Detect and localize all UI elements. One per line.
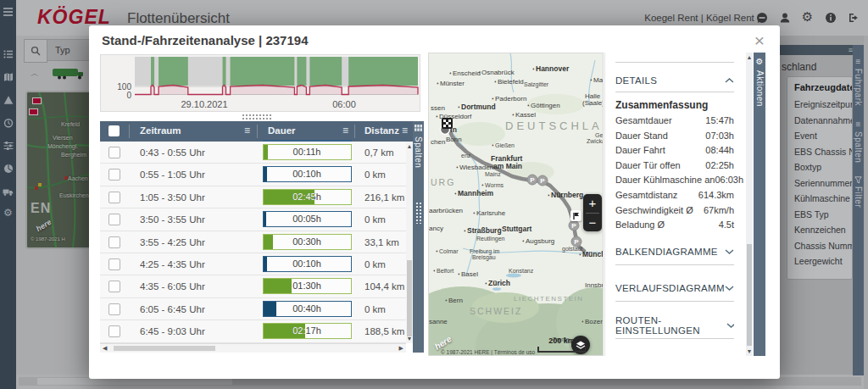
- summary-row: Gesamtdistanz614.3km: [615, 188, 734, 203]
- table-header: Zeitraum ≡ Dauer ≡ Distanz ≡: [100, 121, 413, 142]
- chevron-down-icon: [725, 249, 734, 254]
- col-dauer[interactable]: Dauer: [268, 125, 296, 136]
- map-attribution[interactable]: © 1987-2021 HERE | Términos de uso: [441, 349, 535, 355]
- table-vertical-scrollbar[interactable]: ▲ ▼: [406, 142, 413, 343]
- row-checkbox[interactable]: [108, 258, 120, 270]
- zoom-in-button[interactable]: +: [583, 194, 602, 213]
- resize-handle[interactable]: [242, 114, 272, 119]
- col-menu-icon[interactable]: ≡: [244, 125, 250, 136]
- map-scale-label: 200 km: [537, 336, 586, 345]
- scroll-right-icon[interactable]: ▶: [399, 345, 403, 352]
- table-body: 0:43 - 0:55 Uhr 00:11h 00:11h 0,7 km 0:5…: [100, 142, 406, 343]
- table-row[interactable]: 6:45 - 9:03 Uhr 02:17h 02:17h 188,5 km: [100, 320, 406, 342]
- table-row[interactable]: 4:35 - 6:05 Uhr 01:30h 01:30h 104,4 km: [100, 275, 406, 297]
- route-map[interactable]: EnscheidOsnabrückHannoverMünsterBielefel…: [428, 53, 604, 356]
- waypoint-flag-marker[interactable]: [570, 210, 581, 221]
- map-city-label: LIECHTENSTEIN: [514, 295, 584, 303]
- row-period: 1:05 - 3:50 Uhr: [140, 186, 205, 208]
- row-distance: 33,1 km: [364, 231, 399, 253]
- table-row[interactable]: 1:05 - 3:50 Uhr 02:45h 02:45h 216,1 km: [100, 186, 406, 208]
- row-duration-bar: 00:10h 00:10h: [263, 256, 352, 272]
- map-scale-bar: [537, 347, 586, 353]
- details-section-header[interactable]: DETAILS: [615, 73, 734, 88]
- details-scrollbar[interactable]: ▲ ▼: [746, 53, 753, 356]
- zoom-out-button[interactable]: −: [583, 214, 602, 232]
- table-row[interactable]: 3:50 - 3:55 Uhr 00:05h 00:05h 0 km: [100, 208, 406, 231]
- row-duration-bar: 00:05h 00:05h: [263, 211, 352, 227]
- map-city-label: Karlsruhe: [476, 209, 506, 217]
- row-duration-bar: 01:30h 01:30h: [263, 278, 352, 294]
- balkendiagramme-section[interactable]: BALKENDIAGRAMME: [615, 244, 734, 259]
- summary-title: Zusammenfassung: [615, 99, 708, 111]
- row-checkbox[interactable]: [108, 281, 120, 292]
- row-checkbox[interactable]: [108, 325, 120, 337]
- summary-row: Dauer Tür offen02:25h: [615, 158, 734, 174]
- map-city-label: Bielefeld: [498, 78, 524, 86]
- row-checkbox[interactable]: [108, 214, 120, 225]
- stand-fahrzeit-modal: Stand-/Fahrzeitenanalyse | 237194 × 100 …: [89, 25, 780, 379]
- map-zoom-control: + −: [583, 194, 602, 231]
- scroll-left-icon[interactable]: ◀: [103, 345, 107, 352]
- map-city-label: Innsbruck: [585, 281, 604, 289]
- map-city-label: Göttingen: [531, 102, 560, 109]
- scroll-down-icon[interactable]: ▼: [746, 348, 753, 354]
- map-city-label: Dortmund: [461, 103, 496, 111]
- table-row[interactable]: 4:25 - 4:35 Uhr 00:10h 00:10h 0 km: [100, 253, 406, 275]
- row-checkbox[interactable]: [108, 192, 120, 203]
- routen-einstellungen-section[interactable]: ROUTEN-EINSTELLUNGEN: [615, 318, 734, 333]
- map-city-label: sanne: [429, 318, 448, 325]
- details-panel: DETAILS Zusammenfassung Gesamtdauer15:47…: [604, 53, 746, 356]
- map-city-label: Colmar: [439, 248, 459, 254]
- row-checkbox[interactable]: [108, 147, 120, 158]
- close-icon[interactable]: ×: [749, 29, 770, 53]
- map-city-label: DEUTSCHLAND: [505, 119, 604, 132]
- map-city-label: enz: [461, 153, 471, 158]
- summary-row: Gesamtdauer15:47h: [615, 114, 734, 129]
- table-row[interactable]: 3:55 - 4:25 Uhr 00:30h 00:30h 33,1 km: [100, 231, 406, 253]
- map-city-label: Breisgau: [472, 254, 496, 261]
- row-distance: 0 km: [364, 164, 386, 186]
- scroll-up-icon[interactable]: ▲: [406, 143, 413, 149]
- aktionen-tab[interactable]: ⚙ Aktionen: [754, 53, 765, 356]
- verlaufsdiagramm-section[interactable]: VERLAUFSDIAGRAMM: [615, 281, 734, 296]
- row-duration-bar: 00:10h 00:10h: [263, 166, 352, 182]
- map-city-label: Bern: [448, 297, 463, 304]
- interval-table: Zeitraum ≡ Dauer ≡ Distanz ≡ 0:43 - 0:55…: [100, 121, 424, 353]
- row-checkbox[interactable]: [108, 236, 120, 248]
- col-zeitraum[interactable]: Zeitraum: [140, 125, 181, 136]
- activity-chart[interactable]: 100 0 29.10.2021 06:00: [100, 54, 420, 112]
- row-period: 6:05 - 6:45 Uhr: [140, 298, 205, 320]
- table-spalten-tab[interactable]: Spalten: [413, 121, 424, 353]
- col-distanz[interactable]: Distanz: [364, 125, 399, 136]
- row-duration-bar: 00:30h 00:30h: [263, 234, 352, 250]
- map-city-label: Kassel: [515, 111, 536, 119]
- table-row[interactable]: 0:43 - 0:55 Uhr 00:11h 00:11h 0,7 km: [100, 142, 406, 164]
- row-distance: 188,5 km: [364, 320, 404, 342]
- map-city-label: Hannover: [536, 64, 570, 73]
- grid-icon: [415, 125, 422, 131]
- svg-text:P: P: [574, 238, 579, 246]
- table-horizontal-scrollbar[interactable]: ◀ ▶: [100, 343, 406, 353]
- scroll-up-icon[interactable]: ▲: [746, 54, 753, 60]
- row-period: 3:55 - 4:25 Uhr: [140, 231, 205, 253]
- map-city-label: Gießen: [495, 142, 515, 148]
- map-city-label: Zürich: [488, 279, 510, 287]
- map-city-label: Mainz: [485, 171, 501, 177]
- row-distance: 216,1 km: [364, 186, 404, 208]
- map-city-label: ancy: [429, 225, 443, 232]
- col-menu-icon[interactable]: ≡: [342, 125, 348, 136]
- table-row[interactable]: 6:05 - 6:45 Uhr 00:40h 00:40h 0 km: [100, 298, 406, 320]
- gear-icon: ⚙: [756, 58, 764, 66]
- table-row[interactable]: 0:55 - 1:05 Uhr 00:10h 00:10h 0 km: [100, 164, 406, 186]
- row-checkbox[interactable]: [108, 303, 120, 315]
- col-menu-icon[interactable]: ≡: [402, 125, 408, 136]
- x-tick-time: 06:00: [332, 99, 356, 109]
- row-period: 4:35 - 6:05 Uhr: [140, 275, 205, 297]
- row-checkbox[interactable]: [108, 169, 120, 181]
- select-all-checkbox[interactable]: [108, 125, 120, 136]
- row-duration-bar: 00:40h 00:40h: [263, 301, 352, 317]
- map-city-label: Bonn: [446, 136, 462, 143]
- panel-drag-handle[interactable]: [415, 202, 421, 224]
- scroll-down-icon[interactable]: ▼: [406, 336, 413, 342]
- map-city-label: ssen: [431, 104, 445, 112]
